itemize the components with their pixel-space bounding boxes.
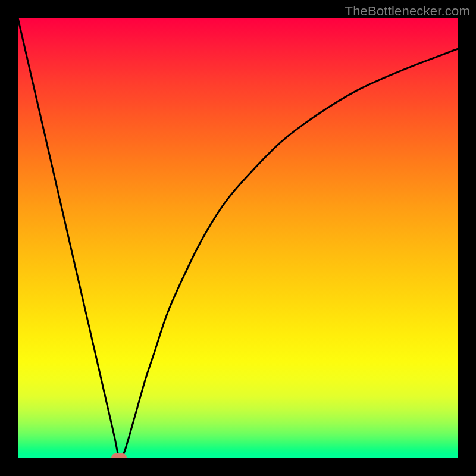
bottleneck-curve-line	[18, 18, 458, 458]
chart-frame: TheBottlenecker.com	[0, 0, 476, 476]
chart-plot-area	[18, 18, 458, 458]
optimum-marker	[111, 453, 127, 458]
watermark-text: TheBottlenecker.com	[345, 4, 470, 19]
chart-curve	[18, 18, 458, 458]
